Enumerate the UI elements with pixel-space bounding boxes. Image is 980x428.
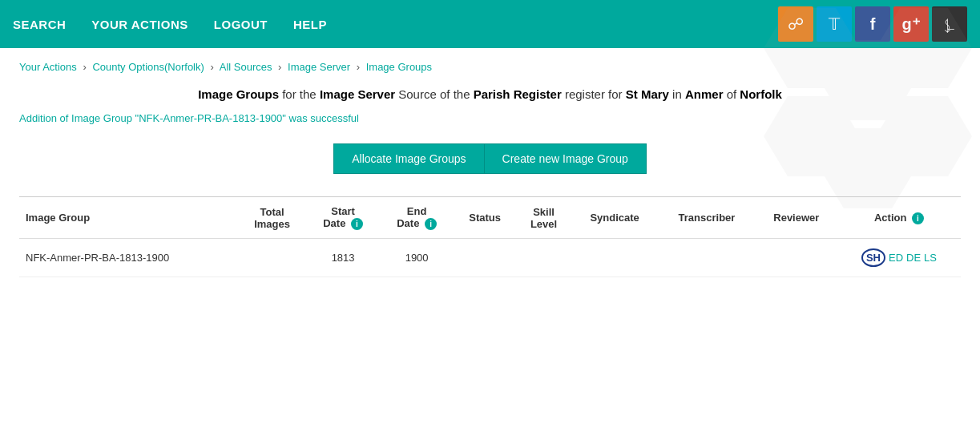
cell-status [454, 239, 516, 277]
success-message: Addition of Image Group "NFK-Anmer-PR-BA… [19, 112, 961, 124]
cell-end-date: 1900 [380, 239, 454, 277]
breadcrumb-all-sources[interactable]: All Sources [220, 61, 272, 73]
cell-start-date: 1813 [306, 239, 380, 277]
action-ed-link[interactable]: ED [889, 252, 903, 264]
col-total-images: TotalImages [238, 197, 306, 239]
cell-action: SH ED DE LS [837, 239, 961, 277]
nav-search[interactable]: SEARCH [13, 18, 66, 31]
breadcrumb-image-groups[interactable]: Image Groups [366, 61, 432, 73]
nav-your-actions[interactable]: YOUR ACTIONS [91, 18, 188, 31]
col-action: Action i [837, 197, 961, 239]
action-links: SH ED DE LS [844, 248, 954, 267]
col-end-date: EndDate i [380, 197, 454, 239]
nav-links: SEARCH YOUR ACTIONS LOGOUT HELP [13, 18, 778, 31]
page-title: Image Groups for the Image Server Source… [19, 87, 961, 101]
allocate-image-groups-button[interactable]: Allocate Image Groups [333, 143, 483, 174]
breadcrumb-your-actions[interactable]: Your Actions [19, 61, 77, 73]
action-ls-link[interactable]: LS [924, 252, 937, 264]
navbar: SEARCH YOUR ACTIONS LOGOUT HELP ☍ 𝕋 f g⁺… [0, 0, 980, 48]
col-reviewer: Reviewer [756, 197, 837, 239]
cell-reviewer [756, 239, 837, 277]
col-transcriber: Transcriber [658, 197, 755, 239]
github-icon[interactable]: ⍼ [932, 6, 967, 42]
col-start-date: StartDate i [306, 197, 380, 239]
nav-logout[interactable]: LOGOUT [214, 18, 268, 31]
rss-icon[interactable]: ☍ [778, 6, 813, 42]
cell-skill-level [516, 239, 571, 277]
twitter-icon[interactable]: 𝕋 [817, 6, 852, 42]
action-sh-link[interactable]: SH [861, 248, 885, 267]
breadcrumb-image-server[interactable]: Image Server [288, 61, 350, 73]
table-row: NFK-Anmer-PR-BA-1813-1900 1813 1900 SH [19, 239, 961, 277]
facebook-icon[interactable]: f [855, 6, 890, 42]
action-de-link[interactable]: DE [906, 252, 921, 264]
nav-social-icons: ☍ 𝕋 f g⁺ ⍼ [778, 6, 967, 42]
nav-help[interactable]: HELP [293, 18, 327, 31]
breadcrumb: Your Actions › County Options(Norfolk) ›… [19, 61, 961, 73]
col-status: Status [454, 197, 516, 239]
action-info-icon[interactable]: i [912, 212, 924, 224]
main-content: Your Actions › County Options(Norfolk) ›… [0, 48, 980, 290]
col-syndicate: Syndicate [571, 197, 658, 239]
image-groups-table: Image Group TotalImages StartDate i EndD… [19, 197, 961, 277]
action-buttons: Allocate Image Groups Create new Image G… [19, 143, 961, 174]
cell-syndicate [571, 239, 658, 277]
cell-transcriber [658, 239, 755, 277]
create-new-image-group-button[interactable]: Create new Image Group [484, 143, 647, 174]
breadcrumb-county-options[interactable]: County Options(Norfolk) [92, 61, 204, 73]
gplus-icon[interactable]: g⁺ [893, 6, 929, 42]
cell-image-group: NFK-Anmer-PR-BA-1813-1900 [19, 239, 238, 277]
col-image-group: Image Group [19, 197, 238, 239]
start-date-info-icon[interactable]: i [351, 218, 363, 230]
image-groups-table-wrap: Image Group TotalImages StartDate i EndD… [19, 196, 961, 277]
cell-total-images [238, 239, 306, 277]
col-skill-level: SkillLevel [516, 197, 571, 239]
end-date-info-icon[interactable]: i [425, 218, 437, 230]
